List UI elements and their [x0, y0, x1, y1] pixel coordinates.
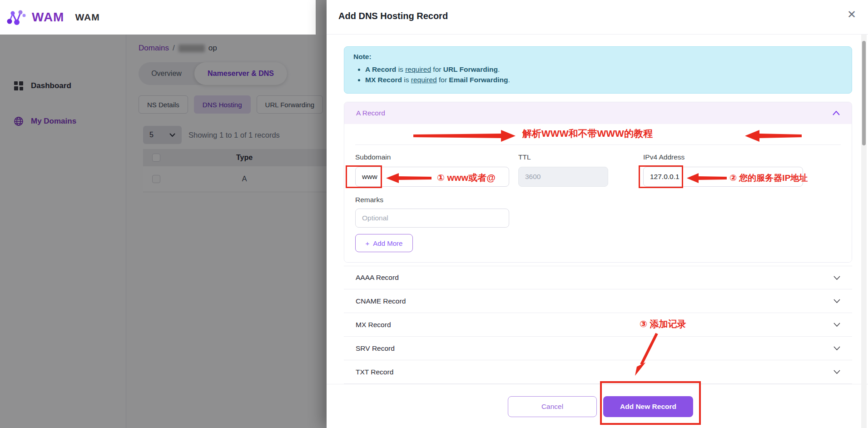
brand-logo[interactable]: WAM: [6, 8, 64, 27]
add-dns-record-modal: Add DNS Hosting Record ✕ Note: A Record …: [327, 0, 868, 428]
add-new-record-button[interactable]: Add New Record: [603, 396, 693, 417]
accordion-srv-record[interactable]: SRV Record: [344, 337, 852, 360]
a-record-accordion-header[interactable]: A Record: [344, 102, 852, 124]
a-record-section: A Record Subdomain TTL IPv4 Address Rema…: [344, 102, 852, 263]
cancel-button[interactable]: Cancel: [508, 396, 597, 417]
modal-footer-divider: [327, 384, 868, 384]
close-icon[interactable]: ✕: [847, 9, 856, 20]
ipv4-label: IPv4 Address: [643, 153, 684, 161]
subdomain-label: Subdomain: [355, 153, 391, 161]
note-item: MX Record is required for Email Forwardi…: [365, 75, 843, 85]
accordion-txt-record[interactable]: TXT Record: [344, 360, 852, 384]
remarks-label: Remarks: [355, 196, 383, 204]
section-divider: [355, 144, 841, 145]
chevron-down-icon: [833, 323, 840, 327]
chevron-down-icon: [833, 299, 840, 303]
chevron-down-icon: [833, 276, 840, 280]
note-item: A Record is required for URL Forwarding.: [365, 64, 843, 75]
plus-icon: +: [366, 239, 370, 247]
chevron-down-icon: [833, 370, 840, 374]
screen: Dashboard My Domains ‹ Domains / op Over…: [0, 0, 868, 428]
note-callout: Note: A Record is required for URL Forwa…: [344, 46, 852, 94]
accordion-mx-record[interactable]: MX Record: [344, 313, 852, 337]
chevron-down-icon: [833, 346, 840, 350]
ttl-input[interactable]: [518, 167, 608, 187]
subdomain-input[interactable]: [355, 167, 509, 187]
note-title: Note:: [353, 53, 843, 61]
wam-logo-icon: [6, 8, 27, 27]
modal-scrollbar[interactable]: [861, 35, 867, 428]
accordion-aaaa-record[interactable]: AAAA Record: [344, 266, 852, 289]
a-record-body: Subdomain TTL IPv4 Address Remarks + Add…: [344, 124, 852, 263]
a-record-title: A Record: [356, 109, 385, 117]
chevron-up-icon: [833, 111, 840, 115]
add-more-label: Add More: [373, 239, 402, 247]
ttl-label: TTL: [518, 153, 531, 161]
ipv4-input[interactable]: [643, 167, 803, 187]
app-name: WAM: [75, 12, 99, 23]
add-more-button[interactable]: + Add More: [355, 234, 413, 252]
app-header: WAM WAM: [0, 0, 316, 35]
accordion-cname-record[interactable]: CNAME Record: [344, 289, 852, 313]
logo-wordmark: WAM: [32, 10, 64, 25]
modal-header-divider: [327, 34, 868, 35]
scrollbar-thumb[interactable]: [862, 41, 866, 145]
modal-title: Add DNS Hosting Record: [338, 11, 448, 21]
remarks-input[interactable]: [355, 209, 509, 228]
